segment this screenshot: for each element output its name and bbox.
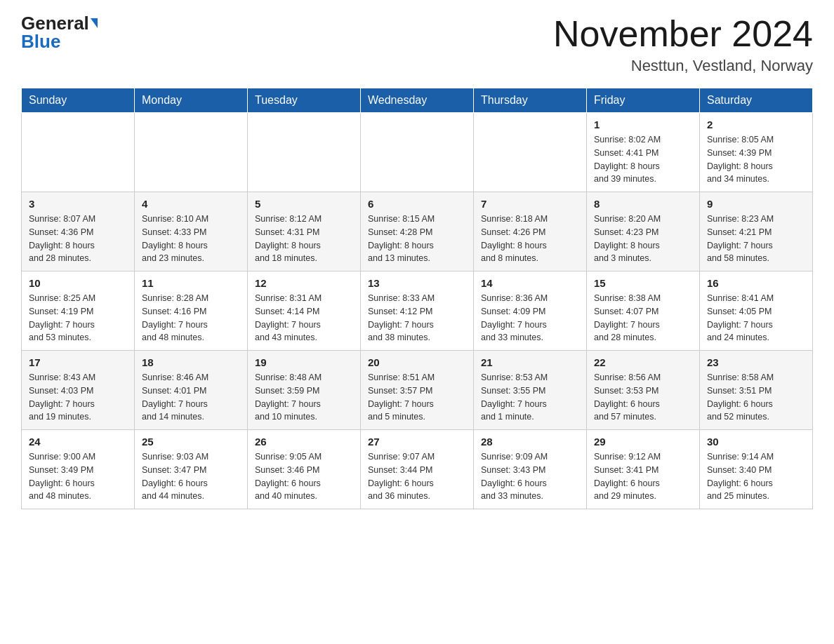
title-area: November 2024 Nesttun, Vestland, Norway (553, 14, 813, 75)
day-info: Sunrise: 8:31 AM Sunset: 4:14 PM Dayligh… (255, 292, 353, 344)
calendar-cell: 9Sunrise: 8:23 AM Sunset: 4:21 PM Daylig… (700, 192, 813, 271)
logo: General Blue (21, 14, 98, 53)
logo-text: General (21, 14, 98, 32)
calendar-week-row: 24Sunrise: 9:00 AM Sunset: 3:49 PM Dayli… (22, 430, 813, 509)
day-number: 13 (368, 277, 466, 289)
day-number: 24 (29, 436, 127, 448)
calendar-cell: 6Sunrise: 8:15 AM Sunset: 4:28 PM Daylig… (361, 192, 474, 271)
logo-blue: Blue (21, 31, 60, 53)
calendar-table: Sunday Monday Tuesday Wednesday Thursday… (21, 88, 813, 509)
calendar-cell: 1Sunrise: 8:02 AM Sunset: 4:41 PM Daylig… (587, 113, 700, 192)
calendar-cell: 16Sunrise: 8:41 AM Sunset: 4:05 PM Dayli… (700, 271, 813, 351)
calendar-cell (474, 113, 587, 192)
calendar-cell: 27Sunrise: 9:07 AM Sunset: 3:44 PM Dayli… (361, 430, 474, 509)
day-info: Sunrise: 8:38 AM Sunset: 4:07 PM Dayligh… (594, 292, 692, 344)
header-wednesday: Wednesday (361, 88, 474, 113)
day-number: 16 (707, 277, 805, 289)
day-info: Sunrise: 8:53 AM Sunset: 3:55 PM Dayligh… (481, 371, 579, 424)
day-number: 17 (29, 356, 127, 368)
calendar-cell: 23Sunrise: 8:58 AM Sunset: 3:51 PM Dayli… (700, 351, 813, 430)
day-info: Sunrise: 8:23 AM Sunset: 4:21 PM Dayligh… (707, 213, 805, 265)
day-info: Sunrise: 8:56 AM Sunset: 3:53 PM Dayligh… (594, 371, 692, 424)
day-number: 11 (142, 277, 240, 289)
header-thursday: Thursday (474, 88, 587, 113)
calendar-cell: 13Sunrise: 8:33 AM Sunset: 4:12 PM Dayli… (361, 271, 474, 351)
day-number: 6 (368, 198, 466, 210)
day-info: Sunrise: 9:12 AM Sunset: 3:41 PM Dayligh… (594, 450, 692, 503)
calendar-cell: 26Sunrise: 9:05 AM Sunset: 3:46 PM Dayli… (248, 430, 361, 509)
day-number: 10 (29, 277, 127, 289)
calendar-cell: 21Sunrise: 8:53 AM Sunset: 3:55 PM Dayli… (474, 351, 587, 430)
day-number: 30 (707, 436, 805, 448)
day-info: Sunrise: 8:51 AM Sunset: 3:57 PM Dayligh… (368, 371, 466, 424)
day-number: 15 (594, 277, 692, 289)
day-info: Sunrise: 8:07 AM Sunset: 4:36 PM Dayligh… (29, 213, 127, 265)
day-info: Sunrise: 9:00 AM Sunset: 3:49 PM Dayligh… (29, 450, 127, 503)
calendar-cell: 7Sunrise: 8:18 AM Sunset: 4:26 PM Daylig… (474, 192, 587, 271)
day-number: 12 (255, 277, 353, 289)
day-number: 8 (594, 198, 692, 210)
calendar-cell: 5Sunrise: 8:12 AM Sunset: 4:31 PM Daylig… (248, 192, 361, 271)
calendar-cell: 14Sunrise: 8:36 AM Sunset: 4:09 PM Dayli… (474, 271, 587, 351)
day-number: 27 (368, 436, 466, 448)
day-info: Sunrise: 9:03 AM Sunset: 3:47 PM Dayligh… (142, 450, 240, 503)
calendar-cell: 18Sunrise: 8:46 AM Sunset: 4:01 PM Dayli… (135, 351, 248, 430)
day-number: 23 (707, 356, 805, 368)
day-number: 18 (142, 356, 240, 368)
calendar-cell: 25Sunrise: 9:03 AM Sunset: 3:47 PM Dayli… (135, 430, 248, 509)
day-number: 2 (707, 119, 805, 130)
logo-triangle-icon (91, 18, 98, 28)
calendar-header-row: Sunday Monday Tuesday Wednesday Thursday… (22, 88, 813, 113)
day-info: Sunrise: 8:05 AM Sunset: 4:39 PM Dayligh… (707, 133, 805, 186)
day-info: Sunrise: 8:58 AM Sunset: 3:51 PM Dayligh… (707, 371, 805, 424)
day-info: Sunrise: 8:46 AM Sunset: 4:01 PM Dayligh… (142, 371, 240, 424)
calendar-cell: 2Sunrise: 8:05 AM Sunset: 4:39 PM Daylig… (700, 113, 813, 192)
day-info: Sunrise: 8:15 AM Sunset: 4:28 PM Dayligh… (368, 213, 466, 265)
day-info: Sunrise: 9:05 AM Sunset: 3:46 PM Dayligh… (255, 450, 353, 503)
calendar-cell: 29Sunrise: 9:12 AM Sunset: 3:41 PM Dayli… (587, 430, 700, 509)
calendar-cell: 20Sunrise: 8:51 AM Sunset: 3:57 PM Dayli… (361, 351, 474, 430)
day-info: Sunrise: 8:43 AM Sunset: 4:03 PM Dayligh… (29, 371, 127, 424)
page-header: General Blue November 2024 Nesttun, Vest… (21, 14, 813, 75)
day-number: 25 (142, 436, 240, 448)
calendar-cell: 10Sunrise: 8:25 AM Sunset: 4:19 PM Dayli… (22, 271, 135, 351)
day-number: 28 (481, 436, 579, 448)
calendar-cell: 28Sunrise: 9:09 AM Sunset: 3:43 PM Dayli… (474, 430, 587, 509)
header-friday: Friday (587, 88, 700, 113)
day-number: 7 (481, 198, 579, 210)
header-tuesday: Tuesday (248, 88, 361, 113)
calendar-week-row: 1Sunrise: 8:02 AM Sunset: 4:41 PM Daylig… (22, 113, 813, 192)
calendar-cell: 11Sunrise: 8:28 AM Sunset: 4:16 PM Dayli… (135, 271, 248, 351)
day-number: 29 (594, 436, 692, 448)
calendar-cell (22, 113, 135, 192)
day-number: 9 (707, 198, 805, 210)
day-info: Sunrise: 9:07 AM Sunset: 3:44 PM Dayligh… (368, 450, 466, 503)
day-number: 21 (481, 356, 579, 368)
calendar-week-row: 17Sunrise: 8:43 AM Sunset: 4:03 PM Dayli… (22, 351, 813, 430)
day-info: Sunrise: 9:14 AM Sunset: 3:40 PM Dayligh… (707, 450, 805, 503)
day-number: 1 (594, 119, 692, 130)
day-number: 3 (29, 198, 127, 210)
calendar-cell: 17Sunrise: 8:43 AM Sunset: 4:03 PM Dayli… (22, 351, 135, 430)
day-info: Sunrise: 8:36 AM Sunset: 4:09 PM Dayligh… (481, 292, 579, 344)
day-info: Sunrise: 8:33 AM Sunset: 4:12 PM Dayligh… (368, 292, 466, 344)
day-number: 4 (142, 198, 240, 210)
day-info: Sunrise: 8:25 AM Sunset: 4:19 PM Dayligh… (29, 292, 127, 344)
day-info: Sunrise: 8:18 AM Sunset: 4:26 PM Dayligh… (481, 213, 579, 265)
calendar-week-row: 10Sunrise: 8:25 AM Sunset: 4:19 PM Dayli… (22, 271, 813, 351)
day-number: 20 (368, 356, 466, 368)
calendar-cell: 8Sunrise: 8:20 AM Sunset: 4:23 PM Daylig… (587, 192, 700, 271)
day-info: Sunrise: 8:48 AM Sunset: 3:59 PM Dayligh… (255, 371, 353, 424)
day-info: Sunrise: 9:09 AM Sunset: 3:43 PM Dayligh… (481, 450, 579, 503)
calendar-cell: 15Sunrise: 8:38 AM Sunset: 4:07 PM Dayli… (587, 271, 700, 351)
calendar-cell: 24Sunrise: 9:00 AM Sunset: 3:49 PM Dayli… (22, 430, 135, 509)
month-title: November 2024 (553, 14, 813, 54)
day-info: Sunrise: 8:02 AM Sunset: 4:41 PM Dayligh… (594, 133, 692, 186)
calendar-cell (361, 113, 474, 192)
day-number: 14 (481, 277, 579, 289)
calendar-cell: 30Sunrise: 9:14 AM Sunset: 3:40 PM Dayli… (700, 430, 813, 509)
header-sunday: Sunday (22, 88, 135, 113)
location: Nesttun, Vestland, Norway (553, 57, 813, 75)
day-info: Sunrise: 8:12 AM Sunset: 4:31 PM Dayligh… (255, 213, 353, 265)
calendar-cell (135, 113, 248, 192)
